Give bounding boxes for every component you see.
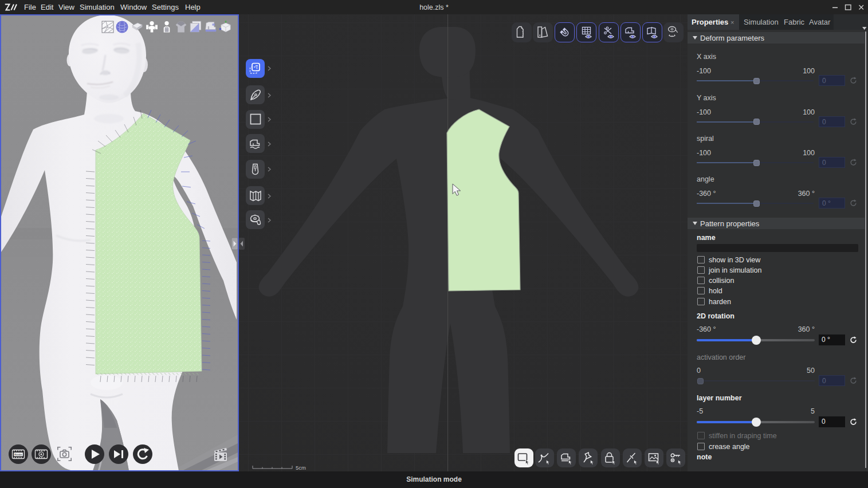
- svg-text:5cm: 5cm: [296, 465, 306, 471]
- svg-text:Render: Render: [14, 453, 22, 456]
